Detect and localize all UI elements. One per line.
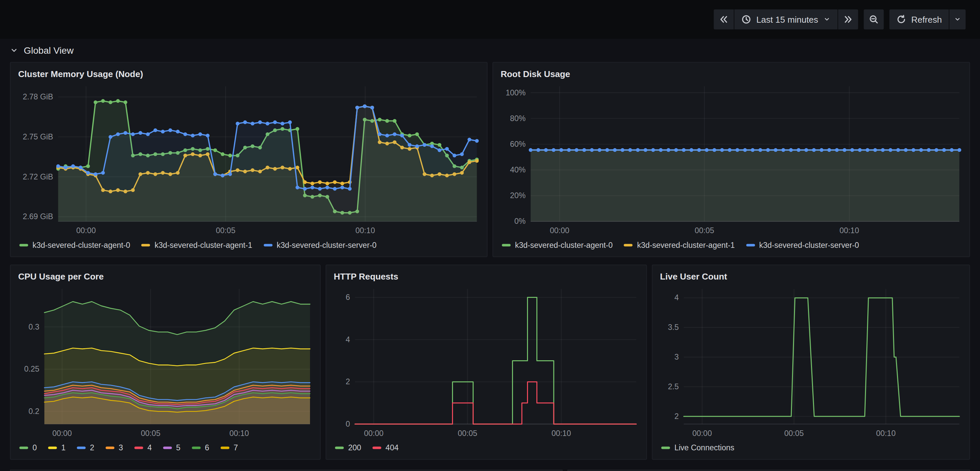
panel-title[interactable]: Cluster Memory Usage (Node) [17,66,480,80]
legend-item[interactable]: k3d-severed-cluster-agent-1 [624,241,735,249]
svg-text:00:10: 00:10 [840,226,859,235]
legend-series-color [77,447,85,449]
legend-series-color [220,447,229,449]
legend-item[interactable]: k3d-severed-cluster-agent-1 [142,241,252,249]
refresh-controls: Refresh [889,10,966,29]
http-requests-chart[interactable]: 00:0000:0500:100246 [332,283,640,441]
svg-text:0%: 0% [514,217,526,225]
svg-text:00:10: 00:10 [551,429,571,437]
zoom-out-button[interactable] [864,10,884,29]
root-disk-chart[interactable]: 00:0000:0500:100%20%40%60%80%100% [500,80,963,238]
legend-series-color [48,447,57,449]
svg-text:2: 2 [675,412,679,421]
panel-title[interactable]: Live User Count [659,269,963,283]
legend-item[interactable]: 6 [192,443,209,452]
legend-series-label: 3 [119,443,123,452]
panel-live-user-count: Live User Count 00:0000:0500:1022.533.54… [652,265,970,460]
legend-series-label: 4 [147,443,152,452]
legend-series-color [661,447,670,449]
legend-series-color [192,447,200,449]
legend-series-color [142,244,150,246]
legend-series-label: 2 [90,443,94,452]
http-requests-chart-area: 00:0000:0500:100246 [332,283,640,441]
legend-series-label: k3d-severed-cluster-agent-0 [515,241,612,249]
legend-item[interactable]: k3d-severed-cluster-server-0 [746,241,859,249]
zoom-out-icon [869,14,879,24]
svg-text:00:00: 00:00 [76,226,96,235]
legend-series-label: 404 [386,443,399,452]
legend-item[interactable]: k3d-severed-cluster-agent-0 [19,241,130,249]
legend-series-label: k3d-severed-cluster-server-0 [759,241,859,249]
svg-text:2.69 GiB: 2.69 GiB [23,212,53,221]
refresh-label: Refresh [912,14,942,24]
memory-usage-chart-area: 00:0000:0500:102.69 GiB2.72 GiB2.75 GiB2… [17,80,480,238]
cpu-usage-legend: 01234567 [17,440,314,457]
legend-item[interactable]: 7 [220,443,238,452]
legend-item[interactable]: 200 [335,443,361,452]
legend-series-color [19,244,28,246]
legend-series-label: 1 [61,443,66,452]
legend-item[interactable]: 3 [106,443,123,452]
legend-item[interactable]: 0 [19,443,37,452]
cpu-usage-chart[interactable]: 00:0000:0500:100.20.250.3 [17,283,314,441]
time-range-picker-button[interactable]: Last 15 minutes [734,10,837,29]
svg-text:0.25: 0.25 [24,365,40,373]
legend-series-label: k3d-severed-cluster-server-0 [277,241,377,249]
svg-text:00:10: 00:10 [229,429,249,437]
refresh-icon [896,14,906,24]
time-shift-forward-button[interactable] [838,10,858,29]
legend-item[interactable]: 5 [163,443,180,452]
svg-text:2.5: 2.5 [668,382,679,391]
refresh-button[interactable]: Refresh [889,10,949,29]
panel-http-requests: HTTP Requests 00:0000:0500:100246 200404 [326,265,647,460]
svg-text:100%: 100% [506,88,526,97]
chevron-down-icon [954,16,961,23]
legend-item[interactable]: k3d-severed-cluster-server-0 [264,241,377,249]
legend-series-color [134,447,143,449]
panel-root-disk-usage: Root Disk Usage 00:0000:0500:100%20%40%6… [493,62,970,257]
svg-text:00:05: 00:05 [784,429,804,437]
legend-series-label: Live Connections [675,443,734,452]
legend-item[interactable]: 4 [134,443,152,452]
legend-item[interactable]: 404 [372,443,398,452]
root-disk-legend: k3d-severed-cluster-agent-0k3d-severed-c… [500,238,963,254]
panel-cpu-usage-per-core: CPU Usage per Core 00:0000:0500:100.20.2… [10,265,321,460]
grafana-dashboard: Last 15 minutes Refresh [0,0,980,471]
svg-text:0.3: 0.3 [29,323,40,331]
root-disk-chart-area: 00:0000:0500:100%20%40%60%80%100% [500,80,963,238]
legend-item[interactable]: 1 [48,443,65,452]
legend-series-label: 6 [205,443,209,452]
svg-text:00:10: 00:10 [355,226,375,235]
svg-text:60%: 60% [510,140,526,148]
memory-usage-legend: k3d-severed-cluster-agent-0k3d-severed-c… [17,238,480,254]
legend-series-color [264,244,272,246]
legend-item[interactable]: k3d-severed-cluster-agent-0 [502,241,612,249]
legend-series-color [746,244,755,246]
panel-title[interactable]: HTTP Requests [332,269,640,283]
chevrons-left-icon [719,14,729,24]
panel-title[interactable]: Root Disk Usage [500,66,963,80]
legend-item[interactable]: 2 [77,443,94,452]
legend-series-label: 5 [176,443,180,452]
time-shift-back-button[interactable] [714,10,733,29]
svg-text:00:00: 00:00 [52,429,72,437]
svg-text:4: 4 [675,293,679,302]
svg-text:00:10: 00:10 [876,429,896,437]
panel-title[interactable]: CPU Usage per Core [17,269,314,283]
dashboard-row-global-view[interactable]: Global View [10,39,74,61]
legend-series-color [502,244,511,246]
legend-series-label: k3d-severed-cluster-agent-1 [637,241,735,249]
legend-item[interactable]: Live Connections [661,443,734,452]
row-title: Global View [24,45,74,55]
memory-usage-chart[interactable]: 00:0000:0500:102.69 GiB2.72 GiB2.75 GiB2… [17,80,480,238]
live-user-chart[interactable]: 00:0000:0500:1022.533.54 [659,283,963,441]
legend-series-label: 0 [33,443,37,452]
svg-text:2.75 GiB: 2.75 GiB [23,133,53,141]
clock-icon [741,14,751,24]
legend-series-color [335,447,344,449]
refresh-interval-dropdown[interactable] [949,10,966,29]
svg-text:2.78 GiB: 2.78 GiB [23,93,53,101]
svg-text:80%: 80% [510,114,526,123]
svg-text:00:00: 00:00 [692,429,712,437]
svg-text:4: 4 [346,335,350,344]
